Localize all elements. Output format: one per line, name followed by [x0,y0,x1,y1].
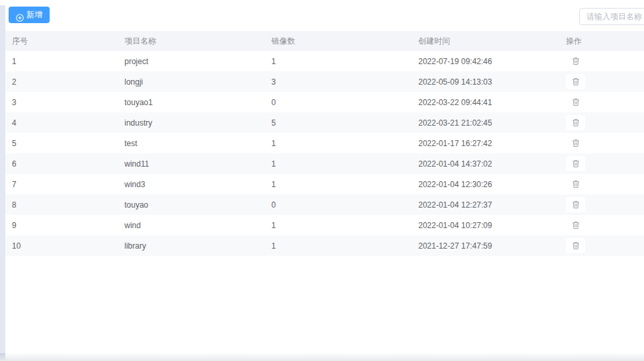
cell-created: 2022-05-09 14:13:03 [412,71,559,92]
delete-button[interactable] [566,156,585,171]
cell-name: industry [118,112,265,133]
cell-seq: 9 [5,215,118,235]
project-table: 序号 项目名称 镜像数 创建时间 操作 1 project 1 2022-07-… [5,31,644,256]
table-row: 7 wind3 1 2022-01-04 12:30:26 [5,174,644,194]
delete-button[interactable] [566,218,585,233]
delete-button[interactable] [566,74,585,89]
cell-created: 2022-07-19 09:42:46 [412,51,559,71]
cell-name: library [118,235,265,256]
cell-name: wind [118,215,265,235]
cell-actions [559,51,644,71]
delete-button[interactable] [566,197,585,212]
cell-name: wind3 [118,174,265,194]
cell-actions [559,92,644,112]
cell-actions [559,194,644,215]
cell-images: 1 [265,51,412,71]
cell-name: longji [118,71,265,92]
cell-actions [559,133,644,153]
cell-images: 3 [265,71,412,92]
cell-actions [559,112,644,133]
delete-button[interactable] [566,115,585,130]
cell-actions [559,71,644,92]
table-row: 6 wind11 1 2022-01-04 14:37:02 [5,153,644,174]
trash-icon [572,180,580,188]
trash-icon [572,98,580,106]
cell-seq: 6 [5,153,118,174]
delete-button[interactable] [566,238,585,253]
cell-seq: 1 [5,51,118,71]
delete-button[interactable] [566,177,585,192]
add-project-button[interactable]: 新增 [9,7,50,23]
header-actions: 操作 [559,31,644,51]
cell-images: 1 [265,215,412,235]
cell-created: 2022-01-04 14:37:02 [412,153,559,174]
cell-created: 2022-03-21 21:02:45 [412,112,559,133]
cell-created: 2022-01-04 12:27:37 [412,194,559,215]
delete-button[interactable] [566,95,585,110]
cell-created: 2022-03-22 09:44:41 [412,92,559,112]
cell-name: project [118,51,265,71]
cell-seq: 5 [5,133,118,153]
trash-icon [572,139,580,147]
left-gutter [0,5,5,361]
cell-images: 1 [265,235,412,256]
delete-button[interactable] [566,54,585,69]
cell-seq: 7 [5,174,118,194]
cell-name: touyao [118,194,265,215]
header-name: 项目名称 [118,31,265,51]
table-row: 2 longji 3 2022-05-09 14:13:03 [5,71,644,92]
cell-seq: 2 [5,71,118,92]
content-area: 新增 序号 项目名称 镜像数 创建时间 操作 1 project [5,0,644,361]
cell-name: wind11 [118,153,265,174]
cell-images: 1 [265,174,412,194]
cell-actions [559,153,644,174]
header-created: 创建时间 [412,31,559,51]
cell-actions [559,174,644,194]
cell-name: test [118,133,265,153]
project-list-page: 新增 序号 项目名称 镜像数 创建时间 操作 1 project [0,0,644,361]
cell-images: 0 [265,92,412,112]
trash-icon [572,57,580,65]
table-row: 4 industry 5 2022-03-21 21:02:45 [5,112,644,133]
table-row: 10 library 1 2021-12-27 17:47:59 [5,235,644,256]
cell-actions [559,215,644,235]
trash-icon [572,118,580,127]
cell-images: 1 [265,153,412,174]
toolbar: 新增 [5,0,644,31]
table-header: 序号 项目名称 镜像数 创建时间 操作 [5,31,644,51]
table-row: 1 project 1 2022-07-19 09:42:46 [5,51,644,71]
cell-seq: 10 [5,235,118,256]
cell-images: 1 [265,133,412,153]
cell-created: 2021-12-27 17:47:59 [412,235,559,256]
cell-created: 2022-01-04 10:27:09 [412,215,559,235]
cell-created: 2022-01-04 12:30:26 [412,174,559,194]
trash-icon [572,221,580,229]
table-row: 5 test 1 2022-01-17 16:27:42 [5,133,644,153]
header-images: 镜像数 [265,31,412,51]
table-row: 8 touyao 0 2022-01-04 12:27:37 [5,194,644,215]
trash-icon [572,77,580,86]
cell-created: 2022-01-17 16:27:42 [412,133,559,153]
delete-button[interactable] [566,136,585,151]
cell-seq: 8 [5,194,118,215]
cell-images: 5 [265,112,412,133]
header-seq: 序号 [5,31,118,51]
trash-icon [572,159,580,168]
cell-name: touyao1 [118,92,265,112]
trash-icon [572,241,580,250]
table-row: 9 wind 1 2022-01-04 10:27:09 [5,215,644,235]
project-name-search-input[interactable] [579,8,644,25]
cell-seq: 3 [5,92,118,112]
left-gutter-bottom [0,353,5,361]
cell-images: 0 [265,194,412,215]
add-project-button-label: 新增 [26,7,42,23]
circle-plus-icon [16,11,24,19]
table-row: 3 touyao1 0 2022-03-22 09:44:41 [5,92,644,112]
cell-seq: 4 [5,112,118,133]
cell-actions [559,235,644,256]
trash-icon [572,200,580,209]
